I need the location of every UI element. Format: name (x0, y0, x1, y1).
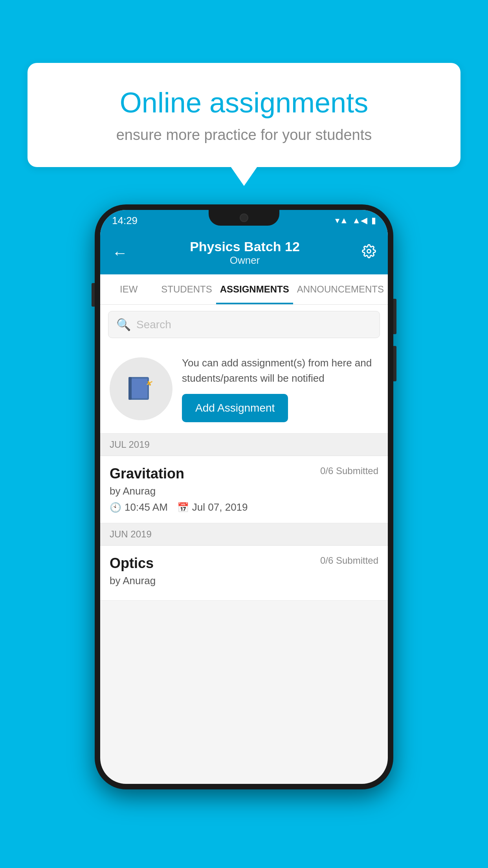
status-icons: ▾▲ ▲◀ ▮ (335, 215, 376, 226)
app-header: ← Physics Batch 12 Owner (100, 231, 388, 274)
settings-icon[interactable] (362, 244, 376, 262)
notebook-icon (125, 373, 157, 405)
assignment-header-optics: Optics 0/6 Submitted (110, 555, 378, 572)
assignment-title-gravitation: Gravitation (110, 465, 184, 482)
svg-point-0 (367, 249, 371, 253)
search-icon: 🔍 (116, 318, 131, 331)
status-time: 14:29 (112, 215, 138, 227)
assignment-time: 🕙 10:45 AM (110, 501, 168, 513)
search-bar[interactable]: 🔍 Search (108, 311, 380, 338)
assignment-author-optics: by Anurag (110, 575, 378, 587)
tab-students[interactable]: STUDENTS (157, 274, 216, 304)
volume-button (92, 283, 95, 307)
assignment-item-gravitation[interactable]: Gravitation 0/6 Submitted by Anurag 🕙 10… (100, 456, 388, 523)
speech-bubble-title: Online assignments (55, 86, 433, 119)
assignment-submitted-gravitation: 0/6 Submitted (320, 465, 378, 476)
month-separator-jun: JUN 2019 (100, 523, 388, 546)
assignment-title-optics: Optics (110, 555, 154, 572)
search-container: 🔍 Search (100, 305, 388, 344)
tab-iew[interactable]: IEW (100, 274, 157, 304)
phone-screen: 14:29 ▾▲ ▲◀ ▮ ← Physics Batch 12 Owner (100, 210, 388, 784)
phone-notch (209, 210, 279, 226)
speech-bubble: Online assignments ensure more practice … (28, 63, 460, 167)
speech-bubble-subtitle: ensure more practice for your students (55, 127, 433, 143)
assignment-meta-gravitation: 🕙 10:45 AM 📅 Jul 07, 2019 (110, 501, 378, 513)
tabs-container: IEW STUDENTS ASSIGNMENTS ANNOUNCEMENTS (100, 274, 388, 305)
assignment-item-optics[interactable]: Optics 0/6 Submitted by Anurag (100, 546, 388, 601)
battery-icon: ▮ (371, 215, 376, 226)
promo-section: You can add assignment(s) from here and … (100, 344, 388, 434)
add-assignment-button[interactable]: Add Assignment (182, 394, 288, 422)
header-center: Physics Batch 12 Owner (190, 239, 300, 267)
assignment-header: Gravitation 0/6 Submitted (110, 465, 378, 482)
svg-rect-3 (128, 377, 132, 400)
clock-icon: 🕙 (110, 502, 121, 513)
assignment-submitted-optics: 0/6 Submitted (320, 555, 378, 566)
promo-icon-circle (110, 357, 172, 420)
promo-description: You can add assignment(s) from here and … (182, 355, 378, 386)
wifi-icon: ▾▲ (335, 215, 348, 226)
tab-assignments[interactable]: ASSIGNMENTS (216, 274, 293, 304)
assignment-author-gravitation: by Anurag (110, 485, 378, 497)
assignment-date: 📅 Jul 07, 2019 (177, 501, 248, 513)
phone-frame: 14:29 ▾▲ ▲◀ ▮ ← Physics Batch 12 Owner (95, 204, 393, 789)
header-title: Physics Batch 12 (190, 239, 300, 254)
power-button (393, 299, 396, 334)
back-button[interactable]: ← (112, 244, 128, 262)
header-subtitle: Owner (190, 254, 300, 267)
search-placeholder: Search (136, 318, 171, 331)
signal-icon: ▲◀ (352, 215, 367, 226)
power-button-lower (393, 346, 396, 381)
promo-text-section: You can add assignment(s) from here and … (182, 355, 378, 422)
speech-bubble-container: Online assignments ensure more practice … (28, 63, 460, 167)
front-camera (240, 213, 248, 222)
phone-wrapper: 14:29 ▾▲ ▲◀ ▮ ← Physics Batch 12 Owner (95, 204, 393, 789)
calendar-icon: 📅 (177, 502, 189, 513)
svg-rect-2 (132, 379, 147, 398)
month-separator-jul: JUL 2019 (100, 434, 388, 456)
tab-announcements[interactable]: ANNOUNCEMENTS (293, 274, 388, 304)
